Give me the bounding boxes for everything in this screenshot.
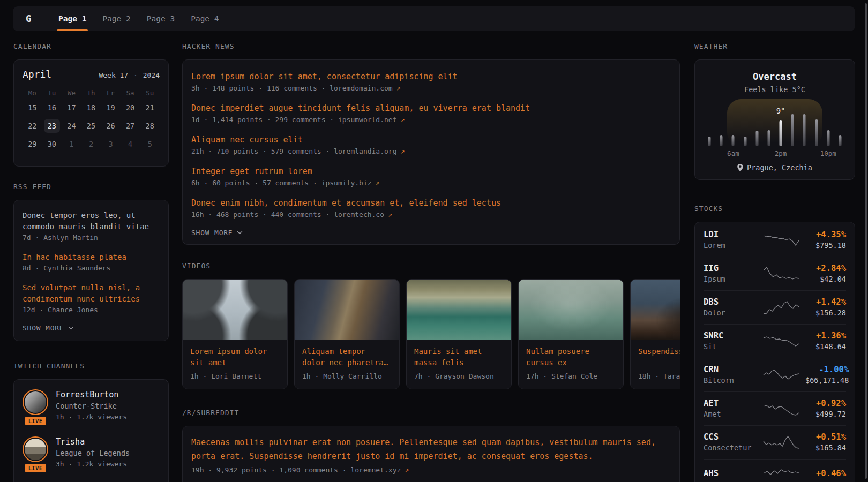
stock-row[interactable]: CRN Bitcorn -1.00% $66,171.48: [704, 358, 846, 392]
video-thumbnail: [407, 280, 511, 340]
tab-page-3[interactable]: Page 3: [141, 6, 180, 31]
video-meta: 18h · Tara: [638, 372, 680, 381]
stock-row[interactable]: DBS Dolor +1.42% $156.28: [704, 291, 846, 325]
stock-price: $795.18: [805, 240, 846, 251]
calendar-day: 24: [63, 119, 79, 133]
stock-change: +4.35%: [805, 229, 846, 240]
channel-name: ForrestBurton: [56, 389, 127, 400]
avatar: LIVE: [23, 436, 48, 470]
calendar-week-number: Week 17: [99, 71, 128, 79]
stock-row[interactable]: AET Amet +0.92% $499.72: [704, 392, 846, 426]
external-link-icon[interactable]: ↗: [401, 116, 405, 124]
left-column: CALENDAR April Week 17 · 2024 MoTuWeThFr…: [13, 42, 169, 482]
weather-temp-bar: [791, 114, 794, 146]
video-body: Aliquam tempor dolor nec pharetra… 1h · …: [295, 340, 399, 389]
calendar-year: 2024: [143, 71, 160, 79]
stock-values: +1.36% $148.64: [805, 330, 846, 352]
rss-show-more-button[interactable]: SHOW MORE: [23, 324, 74, 332]
stock-id: CRN Bitcorn: [704, 364, 757, 386]
calendar-day: 20: [122, 101, 138, 115]
stock-row[interactable]: LDI Lorem +4.35% $795.18: [704, 223, 846, 257]
avatar: LIVE: [23, 389, 48, 423]
external-link-icon[interactable]: ↗: [405, 466, 409, 474]
stock-name: Ipsum: [704, 274, 757, 284]
external-link-icon[interactable]: ↗: [376, 179, 380, 187]
twitch-channel-row[interactable]: LIVE ForrestBurton Counter-Strike 1h · 1…: [23, 389, 160, 423]
reddit-meta-text: 19h · 9,932 points · 1,090 comments · lo…: [191, 466, 401, 474]
weather-temp-bar: [732, 135, 735, 146]
weather-location: Prague, Czechia: [704, 163, 846, 172]
video-card[interactable]: Mauris sit amet massa felis 7h · Grayson…: [406, 279, 512, 389]
hn-meta-text: 6h · 60 points · 57 comments · ipsumify.…: [191, 179, 372, 187]
hn-item-title[interactable]: Integer eget rutrum lorem: [191, 165, 671, 177]
channel-name: Trisha: [56, 436, 130, 447]
external-link-icon[interactable]: ↗: [401, 147, 405, 155]
calendar-widget: April Week 17 · 2024 MoTuWeThFrSaSu15161…: [13, 59, 169, 167]
tab-page-1[interactable]: Page 1: [53, 6, 92, 31]
hn-item-meta: 1d · 1,414 points · 299 comments · ipsum…: [191, 114, 671, 125]
stock-row[interactable]: IIG Ipsum +2.84% $42.04: [704, 257, 846, 291]
calendar-day: 29: [24, 137, 40, 151]
stock-id: AHS: [704, 468, 757, 479]
home-logo[interactable]: G: [13, 13, 44, 24]
stock-row[interactable]: CCS Consectetur +0.51% $165.84: [704, 426, 846, 460]
tab-page-4[interactable]: Page 4: [185, 6, 224, 31]
stocks-section-label: STOCKS: [694, 205, 855, 213]
video-title: Nullam posuere cursus ex: [526, 346, 616, 368]
hn-item-title[interactable]: Donec enim nibh, condimentum et accumsan…: [191, 197, 671, 209]
stock-symbol: IIG: [704, 263, 757, 274]
rss-item-title[interactable]: Sed volutpat nulla nisl, a condimentum n…: [23, 282, 160, 305]
stock-row[interactable]: AHS +0.46%: [704, 460, 846, 482]
rss-item: Donec tempor eros leo, ut commodo mauris…: [23, 210, 160, 243]
calendar-day-header: Th: [83, 88, 99, 98]
stock-change: +0.92%: [805, 398, 846, 409]
stock-values: +0.92% $499.72: [805, 398, 846, 419]
reddit-post-title[interactable]: Maecenas mollis pulvinar erat non posuer…: [191, 435, 671, 463]
external-link-icon[interactable]: ↗: [388, 210, 392, 219]
calendar-day-header: Fr: [103, 88, 119, 98]
external-link-icon[interactable]: ↗: [396, 84, 401, 92]
stock-price: $42.04: [805, 274, 846, 284]
video-title: Aliquam tempor dolor nec pharetra…: [302, 346, 392, 368]
stock-change: +0.51%: [805, 432, 846, 443]
hn-show-more-button[interactable]: SHOW MORE: [191, 229, 243, 237]
video-thumbnail: [519, 280, 623, 340]
show-more-label: SHOW MORE: [191, 229, 233, 237]
stock-sparkline: [762, 266, 800, 282]
twitch-channel-row[interactable]: LIVE Trisha League of Legends 3h · 1.2k …: [23, 436, 160, 470]
calendar-grid: MoTuWeThFrSaSu15161718192021222324252627…: [23, 88, 160, 153]
stock-symbol: AET: [704, 398, 757, 409]
tab-page-2[interactable]: Page 2: [97, 6, 136, 31]
hn-item-title[interactable]: Lorem ipsum dolor sit amet, consectetur …: [191, 71, 671, 82]
video-card[interactable]: Suspendisse diam 18h · Tara: [630, 279, 680, 389]
hn-item-title[interactable]: Donec imperdiet augue tincidunt felis al…: [191, 102, 671, 114]
stock-price: $148.64: [805, 342, 846, 352]
show-more-label: SHOW MORE: [23, 324, 64, 332]
hn-item-title[interactable]: Aliquam nec cursus elit: [191, 134, 671, 146]
stock-row[interactable]: SNRC Sit +1.36% $148.64: [704, 325, 846, 358]
chevron-down-icon: [68, 326, 74, 330]
channel-avatar: [23, 389, 48, 415]
rss-item-title[interactable]: In hac habitasse platea: [23, 252, 160, 263]
video-card[interactable]: Aliquam tempor dolor nec pharetra… 1h · …: [294, 279, 400, 389]
stock-values: +4.35% $795.18: [805, 229, 846, 251]
right-column: WEATHER Overcast Feels like 5°C 9° 6am2p…: [694, 42, 855, 482]
rss-item-title[interactable]: Donec tempor eros leo, ut commodo mauris…: [23, 210, 160, 232]
hn-item: Integer eget rutrum lorem 6h · 60 points…: [191, 165, 671, 189]
video-card[interactable]: Lorem ipsum dolor sit amet consectetu… 1…: [182, 279, 288, 389]
stock-symbol: CRN: [704, 364, 757, 375]
scrollbar-thumb[interactable]: [865, 3, 867, 479]
live-badge: LIVE: [24, 415, 48, 427]
channel-game: League of Legends: [56, 447, 130, 459]
dashboard-columns: CALENDAR April Week 17 · 2024 MoTuWeThFr…: [0, 31, 868, 482]
calendar-day: 30: [44, 137, 60, 151]
hn-meta-text: 1d · 1,414 points · 299 comments · ipsum…: [191, 116, 397, 124]
chevron-down-icon: [237, 231, 243, 235]
channel-game: Counter-Strike: [56, 400, 127, 412]
stock-name: Dolor: [704, 308, 757, 318]
video-thumbnail: [183, 280, 287, 340]
video-card[interactable]: Nullam posuere cursus ex 17h · Stefan Co…: [518, 279, 624, 389]
hn-item-meta: 6h · 60 points · 57 comments · ipsumify.…: [191, 177, 671, 189]
calendar-month: April: [23, 69, 51, 80]
stock-id: DBS Dolor: [704, 297, 757, 318]
